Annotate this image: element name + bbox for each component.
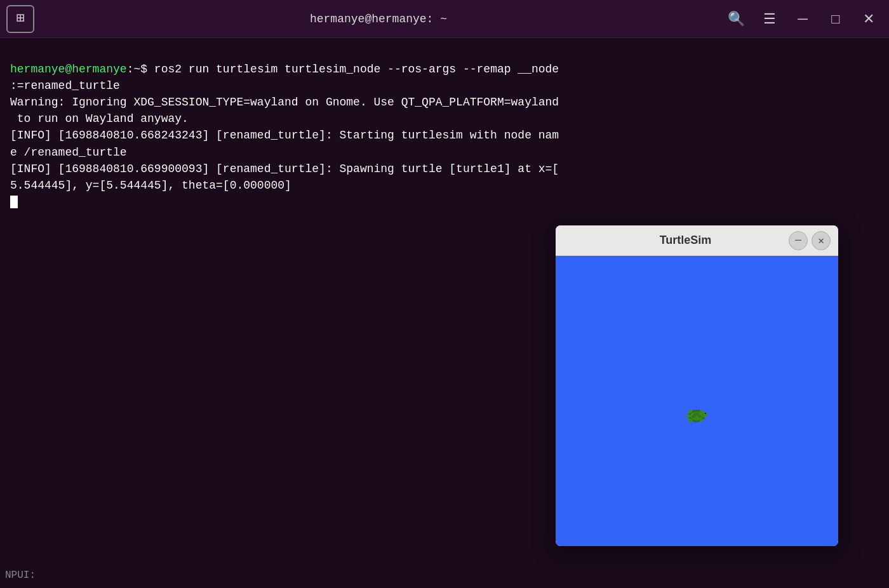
svg-point-11 — [686, 415, 691, 417]
svg-point-5 — [701, 412, 707, 417]
maximize-button[interactable]: □ — [822, 5, 850, 33]
turtlesim-controls: ─ ✕ — [789, 231, 831, 250]
search-icon: 🔍 — [728, 11, 745, 27]
terminal-cursor — [10, 196, 18, 208]
turtlesim-canvas — [556, 256, 838, 546]
titlebar-left: ⊞ — [6, 5, 34, 33]
terminal-title: hermanye@hermanye: ~ — [310, 13, 447, 25]
bottom-status-bar: NPUI: — [0, 563, 127, 588]
turtlesim-title: TurtleSim — [660, 234, 712, 247]
titlebar-controls: 🔍 ☰ ─ □ ✕ — [723, 5, 883, 33]
turtlesim-titlebar: TurtleSim ─ ✕ — [556, 225, 838, 256]
maximize-icon: □ — [831, 11, 839, 27]
search-button[interactable]: 🔍 — [723, 5, 751, 33]
svg-point-6 — [705, 413, 706, 414]
turtlesim-close-icon: ✕ — [818, 234, 824, 247]
terminal-output: hermanye@hermanye:~$ ros2 run turtlesim … — [10, 44, 879, 227]
menu-icon: ☰ — [763, 11, 776, 27]
new-tab-icon: ⊞ — [16, 12, 24, 26]
svg-point-3 — [692, 415, 695, 418]
turtlesim-window: TurtleSim ─ ✕ — [556, 225, 838, 546]
warning-line: Warning: Ignoring XDG_SESSION_TYPE=wayla… — [10, 96, 559, 125]
minimize-button[interactable]: ─ — [789, 5, 817, 33]
prompt-user: hermanye@hermanye — [10, 63, 127, 76]
new-tab-button[interactable]: ⊞ — [6, 5, 34, 33]
turtlesim-minimize-button[interactable]: ─ — [789, 231, 808, 250]
close-icon: ✕ — [863, 11, 874, 27]
menu-button[interactable]: ☰ — [756, 5, 784, 33]
info-line-2: [INFO] [1698840810.669900093] [renamed_t… — [10, 163, 559, 192]
turtle-sprite — [683, 405, 708, 424]
minimize-icon: ─ — [798, 11, 808, 27]
close-button[interactable]: ✕ — [855, 5, 883, 33]
npui-label: NPUI: — [5, 570, 36, 581]
prompt-path: :~$ — [127, 63, 147, 76]
terminal-titlebar: ⊞ hermanye@hermanye: ~ 🔍 ☰ ─ □ ✕ — [0, 0, 889, 38]
svg-point-4 — [698, 415, 702, 418]
info-line-1: [INFO] [1698840810.668243243] [renamed_t… — [10, 129, 559, 158]
turtlesim-minimize-icon: ─ — [795, 235, 801, 246]
turtlesim-close-button[interactable]: ✕ — [812, 231, 831, 250]
